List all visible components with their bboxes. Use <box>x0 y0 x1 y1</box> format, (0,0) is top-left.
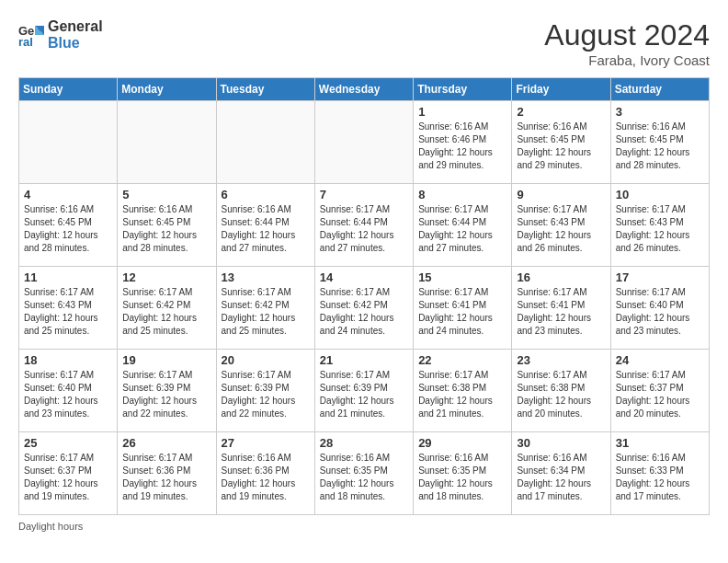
logo-icon: Gene ral <box>18 22 44 48</box>
day-info: Sunrise: 6:16 AM Sunset: 6:33 PM Dayligh… <box>616 452 704 503</box>
day-cell: 25Sunrise: 6:17 AM Sunset: 6:37 PM Dayli… <box>19 432 118 515</box>
day-info: Sunrise: 6:17 AM Sunset: 6:42 PM Dayligh… <box>320 286 408 338</box>
day-info: Sunrise: 6:17 AM Sunset: 6:37 PM Dayligh… <box>616 369 704 420</box>
day-info: Sunrise: 6:17 AM Sunset: 6:44 PM Dayligh… <box>320 203 408 255</box>
day-cell: 23Sunrise: 6:17 AM Sunset: 6:38 PM Dayli… <box>512 350 610 432</box>
header-cell-friday: Friday <box>512 78 610 101</box>
day-info: Sunrise: 6:17 AM Sunset: 6:36 PM Dayligh… <box>122 452 210 503</box>
day-info: Sunrise: 6:16 AM Sunset: 6:36 PM Dayligh… <box>222 452 310 503</box>
day-cell: 16Sunrise: 6:17 AM Sunset: 6:41 PM Dayli… <box>512 267 610 350</box>
day-number: 16 <box>517 270 605 284</box>
day-cell: 1Sunrise: 6:16 AM Sunset: 6:46 PM Daylig… <box>414 101 512 184</box>
day-number: 19 <box>122 353 210 367</box>
day-number: 5 <box>122 188 210 201</box>
logo-text-line2: Blue <box>48 35 103 52</box>
day-number: 7 <box>320 188 408 201</box>
day-cell: 17Sunrise: 6:17 AM Sunset: 6:40 PM Dayli… <box>610 267 709 350</box>
day-info: Sunrise: 6:16 AM Sunset: 6:35 PM Dayligh… <box>418 452 506 503</box>
day-cell <box>19 101 118 184</box>
day-cell: 8Sunrise: 6:17 AM Sunset: 6:44 PM Daylig… <box>414 184 512 267</box>
day-number: 23 <box>517 353 605 367</box>
day-info: Sunrise: 6:17 AM Sunset: 6:43 PM Dayligh… <box>24 286 112 338</box>
day-info: Sunrise: 6:17 AM Sunset: 6:43 PM Dayligh… <box>616 203 704 255</box>
day-number: 18 <box>24 353 112 367</box>
day-cell: 27Sunrise: 6:16 AM Sunset: 6:36 PM Dayli… <box>216 432 314 515</box>
day-info: Sunrise: 6:17 AM Sunset: 6:39 PM Dayligh… <box>122 369 210 420</box>
day-info: Sunrise: 6:17 AM Sunset: 6:39 PM Dayligh… <box>222 369 310 420</box>
week-row-5: 25Sunrise: 6:17 AM Sunset: 6:37 PM Dayli… <box>19 432 710 515</box>
day-cell <box>314 101 413 184</box>
header-cell-tuesday: Tuesday <box>216 78 314 101</box>
day-number: 17 <box>616 270 704 284</box>
header-cell-thursday: Thursday <box>414 78 512 101</box>
day-cell: 30Sunrise: 6:16 AM Sunset: 6:34 PM Dayli… <box>512 432 610 515</box>
day-info: Sunrise: 6:17 AM Sunset: 6:41 PM Dayligh… <box>418 286 506 338</box>
day-cell: 26Sunrise: 6:17 AM Sunset: 6:36 PM Dayli… <box>118 432 216 515</box>
day-number: 1 <box>418 105 506 119</box>
day-number: 11 <box>24 270 112 284</box>
day-info: Sunrise: 6:17 AM Sunset: 6:41 PM Dayligh… <box>517 286 605 338</box>
day-number: 9 <box>517 188 605 201</box>
day-cell <box>216 101 314 184</box>
svg-text:ral: ral <box>18 35 33 48</box>
header-cell-wednesday: Wednesday <box>314 78 413 101</box>
day-cell: 15Sunrise: 6:17 AM Sunset: 6:41 PM Dayli… <box>414 267 512 350</box>
header-cell-saturday: Saturday <box>610 78 709 101</box>
day-number: 15 <box>418 270 506 284</box>
day-cell: 29Sunrise: 6:16 AM Sunset: 6:35 PM Dayli… <box>414 432 512 515</box>
day-cell: 22Sunrise: 6:17 AM Sunset: 6:38 PM Dayli… <box>414 350 512 432</box>
title-block: August 2024 Faraba, Ivory Coast <box>544 18 710 68</box>
header-cell-monday: Monday <box>118 78 216 101</box>
day-cell: 6Sunrise: 6:16 AM Sunset: 6:44 PM Daylig… <box>216 184 314 267</box>
day-number: 3 <box>616 105 704 119</box>
day-number: 2 <box>517 105 605 119</box>
logo-text-line1: General <box>48 18 103 35</box>
day-info: Sunrise: 6:16 AM Sunset: 6:45 PM Dayligh… <box>616 121 704 172</box>
day-cell: 19Sunrise: 6:17 AM Sunset: 6:39 PM Dayli… <box>118 350 216 432</box>
day-cell: 7Sunrise: 6:17 AM Sunset: 6:44 PM Daylig… <box>314 184 413 267</box>
day-number: 26 <box>122 436 210 450</box>
day-info: Sunrise: 6:17 AM Sunset: 6:37 PM Dayligh… <box>24 452 112 503</box>
day-number: 13 <box>222 270 310 284</box>
day-cell: 5Sunrise: 6:16 AM Sunset: 6:45 PM Daylig… <box>118 184 216 267</box>
day-info: Sunrise: 6:17 AM Sunset: 6:38 PM Dayligh… <box>418 369 506 420</box>
day-cell: 24Sunrise: 6:17 AM Sunset: 6:37 PM Dayli… <box>610 350 709 432</box>
day-cell: 12Sunrise: 6:17 AM Sunset: 6:42 PM Dayli… <box>118 267 216 350</box>
header-row: SundayMondayTuesdayWednesdayThursdayFrid… <box>19 78 710 101</box>
day-info: Sunrise: 6:17 AM Sunset: 6:44 PM Dayligh… <box>418 203 506 255</box>
day-number: 6 <box>222 188 310 201</box>
location: Faraba, Ivory Coast <box>544 52 710 68</box>
day-cell: 31Sunrise: 6:16 AM Sunset: 6:33 PM Dayli… <box>610 432 709 515</box>
day-number: 29 <box>418 436 506 450</box>
day-number: 27 <box>222 436 310 450</box>
day-cell <box>118 101 216 184</box>
day-info: Sunrise: 6:17 AM Sunset: 6:40 PM Dayligh… <box>616 286 704 338</box>
day-cell: 14Sunrise: 6:17 AM Sunset: 6:42 PM Dayli… <box>314 267 413 350</box>
day-info: Sunrise: 6:17 AM Sunset: 6:38 PM Dayligh… <box>517 369 605 420</box>
day-cell: 13Sunrise: 6:17 AM Sunset: 6:42 PM Dayli… <box>216 267 314 350</box>
day-info: Sunrise: 6:16 AM Sunset: 6:45 PM Dayligh… <box>517 121 605 172</box>
day-info: Sunrise: 6:16 AM Sunset: 6:45 PM Dayligh… <box>24 203 112 255</box>
day-cell: 3Sunrise: 6:16 AM Sunset: 6:45 PM Daylig… <box>610 101 709 184</box>
day-number: 31 <box>616 436 704 450</box>
day-number: 8 <box>418 188 506 201</box>
day-cell: 21Sunrise: 6:17 AM Sunset: 6:39 PM Dayli… <box>314 350 413 432</box>
day-number: 12 <box>122 270 210 284</box>
day-info: Sunrise: 6:16 AM Sunset: 6:45 PM Dayligh… <box>122 203 210 255</box>
day-cell: 10Sunrise: 6:17 AM Sunset: 6:43 PM Dayli… <box>610 184 709 267</box>
week-row-3: 11Sunrise: 6:17 AM Sunset: 6:43 PM Dayli… <box>19 267 710 350</box>
logo: Gene ral General Blue <box>18 18 103 51</box>
footer-note: Daylight hours <box>18 521 710 532</box>
header-cell-sunday: Sunday <box>19 78 118 101</box>
day-info: Sunrise: 6:16 AM Sunset: 6:34 PM Dayligh… <box>517 452 605 503</box>
day-info: Sunrise: 6:17 AM Sunset: 6:39 PM Dayligh… <box>320 369 408 420</box>
day-number: 14 <box>320 270 408 284</box>
day-number: 21 <box>320 353 408 367</box>
page-header: Gene ral General Blue August 2024 Faraba… <box>18 18 710 68</box>
day-number: 28 <box>320 436 408 450</box>
day-number: 30 <box>517 436 605 450</box>
day-number: 4 <box>24 188 112 201</box>
day-cell: 28Sunrise: 6:16 AM Sunset: 6:35 PM Dayli… <box>314 432 413 515</box>
day-cell: 2Sunrise: 6:16 AM Sunset: 6:45 PM Daylig… <box>512 101 610 184</box>
calendar-table: SundayMondayTuesdayWednesdayThursdayFrid… <box>18 77 710 515</box>
